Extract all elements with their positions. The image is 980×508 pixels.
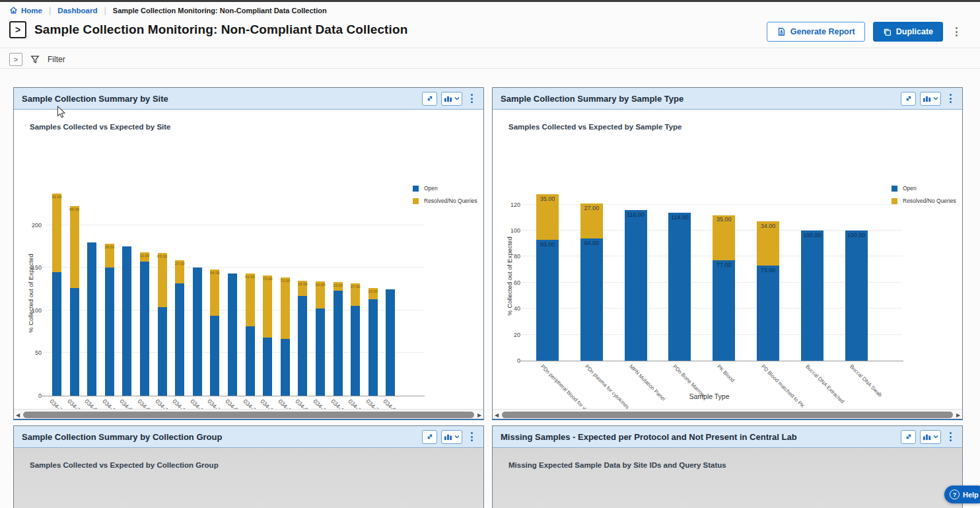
- bar-segment-open[interactable]: [625, 210, 647, 361]
- legend-item-resolved[interactable]: Resolved/No Queries: [413, 198, 477, 204]
- question-icon: ?: [950, 490, 960, 499]
- expand-panel-button[interactable]: [422, 92, 437, 106]
- bar-segment-resolved[interactable]: [210, 270, 219, 316]
- panel-tools: [422, 429, 477, 445]
- y-tick-label: 100: [18, 307, 42, 314]
- horizontal-scrollbar[interactable]: ◀ ▶: [14, 409, 483, 420]
- legend-item-open[interactable]: Open: [413, 185, 477, 192]
- bar-segment-open[interactable]: [210, 316, 219, 396]
- scrollbar-thumb[interactable]: [23, 412, 474, 418]
- bar-segment-open[interactable]: [316, 308, 325, 396]
- scroll-right-arrow[interactable]: ▶: [476, 411, 483, 419]
- bar-segment-open[interactable]: [228, 273, 237, 396]
- generate-report-label: Generate Report: [790, 27, 855, 36]
- panel-title: Sample Collection Summary by Collection …: [22, 432, 222, 442]
- bar-segment-resolved[interactable]: [281, 277, 290, 339]
- bar-segment-open[interactable]: [263, 338, 272, 396]
- expand-panel-button[interactable]: [901, 430, 916, 444]
- x-axis-line: [42, 396, 425, 396]
- bar-value-label: 93.00: [531, 241, 564, 248]
- bar-segment-open[interactable]: [158, 307, 167, 396]
- y-tick-label: 50: [18, 349, 42, 356]
- breadcrumb-dashboard-link[interactable]: Dashboard: [57, 7, 97, 15]
- bar-value-label: 100.00: [796, 232, 829, 238]
- bar-segment-open[interactable]: [713, 260, 735, 361]
- bar-segment-open[interactable]: [175, 283, 184, 396]
- bar-segment-open[interactable]: [70, 288, 79, 396]
- bar-segment-open[interactable]: [386, 289, 395, 396]
- panel-header: Missing Samples - Expected per Protocol …: [493, 426, 962, 448]
- panel-overflow-menu-button[interactable]: [466, 429, 477, 445]
- filter-icon[interactable]: [30, 55, 40, 64]
- y-tick-label: 0: [18, 392, 42, 399]
- bar-value-label: 32.00: [310, 283, 330, 287]
- legend-swatch-resolved: [413, 198, 419, 204]
- bar-segment-open[interactable]: [580, 238, 603, 361]
- duplicate-button[interactable]: Duplicate: [873, 22, 943, 42]
- legend-item-resolved[interactable]: Resolved/No Queries: [892, 198, 956, 204]
- bar-segment-open[interactable]: [52, 272, 61, 396]
- legend-item-open[interactable]: Open: [892, 185, 956, 192]
- scrollbar-thumb[interactable]: [502, 412, 953, 418]
- filter-label: Filter: [48, 55, 65, 64]
- page-overflow-menu-button[interactable]: [951, 24, 962, 40]
- chevron-down-icon: [454, 435, 460, 439]
- bar-segment-resolved[interactable]: [246, 273, 255, 326]
- expand-panel-button[interactable]: [422, 430, 437, 444]
- bar-segment-open[interactable]: [140, 262, 149, 396]
- bar-segment-open[interactable]: [757, 266, 779, 361]
- collapse-header-button[interactable]: >: [9, 21, 26, 38]
- bar-segment-resolved[interactable]: [70, 206, 79, 288]
- bar-segment-open[interactable]: [298, 296, 307, 396]
- bar-segment-open[interactable]: [333, 291, 343, 396]
- chart-type-button[interactable]: [441, 92, 462, 106]
- scroll-right-arrow[interactable]: ▶: [955, 411, 962, 419]
- chevron-down-icon: [933, 435, 938, 439]
- divider: [0, 68, 980, 69]
- breadcrumb-current-page: Sample Collection Monitoring: Non-Compli…: [113, 7, 327, 15]
- bar-segment-open[interactable]: [536, 240, 559, 361]
- bar-segment-open[interactable]: [105, 268, 114, 396]
- legend-swatch-open: [892, 186, 897, 192]
- panel-overflow-menu-button[interactable]: [945, 91, 956, 106]
- bar-segment-open[interactable]: [351, 306, 360, 396]
- chart-type-button[interactable]: [441, 430, 462, 444]
- breadcrumb: Home | Dashboard | Sample Collection Mon…: [9, 5, 327, 15]
- bar-segment-open[interactable]: [801, 231, 823, 361]
- bar-value-label: 13.00: [363, 289, 383, 293]
- bar-segment-open[interactable]: [281, 339, 290, 396]
- breadcrumb-home-link[interactable]: Home: [9, 6, 42, 15]
- bar-segment-resolved[interactable]: [52, 194, 61, 272]
- help-button[interactable]: ? Help: [944, 486, 980, 503]
- horizontal-scrollbar[interactable]: ◀ ▶: [493, 409, 962, 420]
- bar-segment-open[interactable]: [368, 299, 378, 396]
- page-header: > Sample Collection Monitoring: Non-Comp…: [9, 21, 407, 38]
- y-tick-label: 150: [18, 264, 42, 271]
- bar-segment-open[interactable]: [122, 246, 131, 396]
- bar-segment-open[interactable]: [845, 231, 868, 361]
- bar-segment-resolved[interactable]: [263, 275, 272, 338]
- panel-overflow-menu-button[interactable]: [945, 429, 956, 445]
- panel-overflow-menu-button[interactable]: [466, 91, 477, 106]
- panel-title: Missing Samples - Expected per Protocol …: [501, 432, 797, 442]
- chart-legend: Open Resolved/No Queries: [413, 185, 477, 204]
- gridline: [43, 267, 423, 268]
- bar-segment-open[interactable]: [193, 268, 202, 396]
- x-axis-line: [520, 361, 903, 361]
- expand-filter-button[interactable]: >: [9, 53, 22, 66]
- bar-segment-open[interactable]: [668, 213, 691, 361]
- panel-tools: [422, 91, 477, 106]
- breadcrumb-separator: |: [49, 5, 51, 15]
- bar-segment-open[interactable]: [246, 326, 255, 396]
- breadcrumb-home-label: Home: [21, 7, 42, 15]
- chart-type-button[interactable]: [920, 430, 941, 444]
- bar-segment-resolved[interactable]: [158, 253, 167, 307]
- chart-title: Samples Collected vs Expected by Site: [30, 123, 170, 131]
- bar-segment-open[interactable]: [87, 242, 96, 396]
- bar-value-label: 28.00: [100, 245, 120, 249]
- scroll-left-arrow[interactable]: ◀: [15, 411, 21, 419]
- expand-panel-button[interactable]: [901, 92, 916, 106]
- generate-report-button[interactable]: Generate Report: [767, 22, 865, 42]
- chart-type-button[interactable]: [920, 92, 941, 106]
- scroll-left-arrow[interactable]: ◀: [493, 411, 500, 419]
